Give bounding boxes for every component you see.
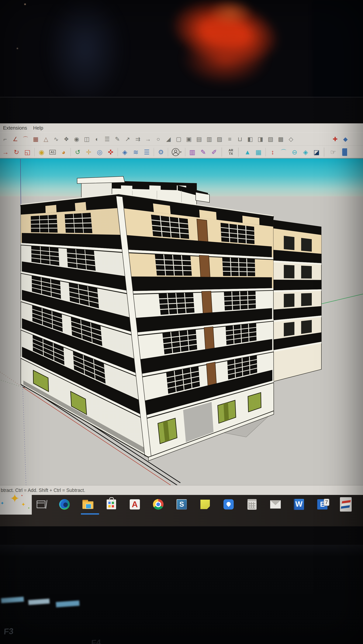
sticky-notes-button[interactable] [199, 498, 211, 510]
hex-pencil-icon[interactable]: ✎ [198, 147, 209, 158]
zoom-icon[interactable]: ◎ [94, 147, 105, 158]
grid-diamond-icon: ◈ [303, 149, 308, 155]
pan-hand-icon[interactable]: ✛ [83, 147, 94, 158]
menu-item-extensions[interactable]: Extensions [0, 125, 30, 131]
diamond-fold-icon[interactable]: ◇ [286, 134, 296, 144]
account-icon[interactable]: ▾ [170, 147, 184, 158]
shield-hex-icon[interactable]: ◈ [119, 147, 130, 158]
sketchup-button[interactable] [340, 498, 352, 510]
windows-taskbar: ✦ ✦ ✦ ● ● [0, 495, 363, 527]
file-explorer-button[interactable] [82, 498, 94, 510]
widgets-button[interactable]: ✦ ✦ ✦ ● ● [0, 494, 32, 514]
dimension-a1-icon[interactable]: A1 [47, 147, 58, 158]
terrain-paint-icon[interactable]: ▲ [242, 147, 253, 158]
red-pin-icon[interactable]: ✚ [330, 134, 340, 144]
hatch-dense-icon[interactable]: ▩ [276, 134, 286, 144]
water-drop-app-button[interactable] [223, 498, 234, 510]
axes-tool-icon[interactable]: ⌐ [0, 134, 10, 144]
cube-half-right-icon[interactable]: ◨ [255, 134, 266, 144]
layer-chevrons-icon[interactable]: ☰ [141, 147, 152, 158]
keyboard-key-f4[interactable]: F4 [91, 638, 101, 644]
rectangle-grid-icon[interactable]: ▦ [31, 134, 41, 144]
partial-blue-icon[interactable] [339, 147, 350, 158]
toolbar-separator [168, 148, 168, 156]
panel-hatch-icon: ▨ [217, 136, 222, 142]
move-arrow-icon[interactable]: ↗ [122, 134, 133, 144]
arc-tool-icon[interactable]: ⌒ [20, 134, 31, 144]
blob-tool-icon[interactable]: ○ [153, 134, 163, 144]
microsoft-store-button[interactable] [105, 498, 117, 510]
wave-x-icon: ≋ [133, 149, 139, 155]
panel-hatch-icon[interactable]: ▨ [214, 134, 225, 144]
gear-x-icon[interactable]: ⚙ [155, 147, 166, 158]
hand-cursor-icon[interactable]: ☞ [328, 147, 339, 158]
microsoft-store-icon [107, 500, 116, 509]
cube-outline-icon[interactable]: ▢ [174, 134, 184, 144]
wave-x-icon[interactable]: ≋ [130, 147, 141, 158]
s-grid-app-button[interactable]: S [176, 498, 188, 510]
protractor-icon[interactable]: ∠ [10, 134, 20, 144]
artx-icon[interactable]: ARTX [225, 147, 236, 158]
word-button[interactable]: W [293, 498, 305, 510]
keyboard-key-f3[interactable]: F3 [3, 626, 14, 636]
arrow-right-icon: → [145, 136, 151, 142]
navy-swatch-icon[interactable]: ◪ [311, 147, 322, 158]
mound-stamp-icon[interactable]: ⊖ [289, 147, 300, 158]
paint-bucket-icon[interactable]: ◕ [58, 147, 69, 158]
shelf-tool-icon[interactable]: ☰ [102, 134, 112, 144]
undo-arrow-icon[interactable]: → [0, 147, 11, 158]
menu-item-help[interactable]: Help [30, 125, 46, 131]
move-arrow-icon: ↗ [125, 136, 130, 142]
arc-tool-icon: ⌒ [23, 136, 28, 142]
cube-filled-icon: ▣ [186, 136, 192, 142]
calculator-button[interactable] [246, 498, 258, 510]
autocad-button[interactable]: A [129, 498, 141, 510]
fan-tool-icon[interactable]: ❖ [61, 134, 71, 144]
background-red-lower-blur [181, 32, 269, 85]
fold-tool-icon[interactable]: ◫ [82, 134, 92, 144]
toolbar-dotted-separator [238, 148, 240, 156]
hatch-light-icon[interactable]: ▧ [266, 134, 276, 144]
channel-icon[interactable]: ⊔ [235, 134, 245, 144]
chrome-button[interactable] [152, 498, 164, 510]
shield-hex-icon: ◈ [122, 149, 127, 155]
hex-cursor-icon[interactable]: ✐ [209, 147, 220, 158]
arrow-right-icon[interactable]: → [143, 134, 153, 144]
wedge-tool-icon[interactable]: ◢ [163, 134, 174, 144]
orbit-icon[interactable]: ↺ [72, 147, 83, 158]
menu-bar: Extensions Help [0, 123, 363, 132]
e7-app-button[interactable]: E 7 [317, 498, 328, 510]
drape-updown-icon[interactable]: ↕ [267, 147, 278, 158]
purple-window-icon[interactable]: ▥ [187, 147, 198, 158]
panel-grid-icon[interactable]: ▥ [204, 134, 214, 144]
dust-speck-2 [17, 48, 18, 49]
cone-tool-icon[interactable]: △ [41, 134, 51, 144]
edge-icon [59, 499, 70, 510]
cube-half-left-icon[interactable]: ◧ [245, 134, 255, 144]
hex-cursor-icon: ✐ [212, 149, 217, 155]
flip-tool-icon: ◐ [95, 136, 99, 142]
pencil-tool-icon[interactable]: ✎ [112, 134, 122, 144]
tape-measure-icon[interactable]: ◉ [36, 147, 47, 158]
edge-button[interactable] [59, 498, 70, 510]
refresh-icon[interactable]: ↻ [11, 147, 22, 158]
export-window-icon[interactable]: ◱ [22, 147, 33, 158]
flip-tool-icon[interactable]: ◐ [92, 134, 102, 144]
partial-tool-icon[interactable]: ◆ [340, 134, 351, 144]
spring-tool-icon[interactable]: ∿ [51, 134, 61, 144]
shelf-tool-icon: ☰ [104, 136, 110, 142]
refresh-icon: ↻ [14, 149, 19, 155]
grid-pin-icon[interactable]: ▦ [253, 147, 264, 158]
layers-icon[interactable]: ≡ [225, 134, 235, 144]
navy-swatch-icon: ◪ [314, 149, 320, 155]
mound-icon[interactable]: ⌒ [278, 147, 289, 158]
grid-diamond-icon[interactable]: ◈ [300, 147, 311, 158]
mail-button[interactable] [270, 498, 281, 510]
cube-filled-icon[interactable]: ▣ [184, 134, 194, 144]
3d-viewport[interactable] [0, 158, 363, 485]
dome-tool-icon[interactable]: ◉ [71, 134, 82, 144]
array-arrows-icon[interactable]: ⇉ [133, 134, 143, 144]
task-view-button[interactable] [35, 498, 47, 510]
panel-lines-icon[interactable]: ▤ [194, 134, 204, 144]
zoom-extents-icon[interactable]: ✜ [105, 147, 116, 158]
